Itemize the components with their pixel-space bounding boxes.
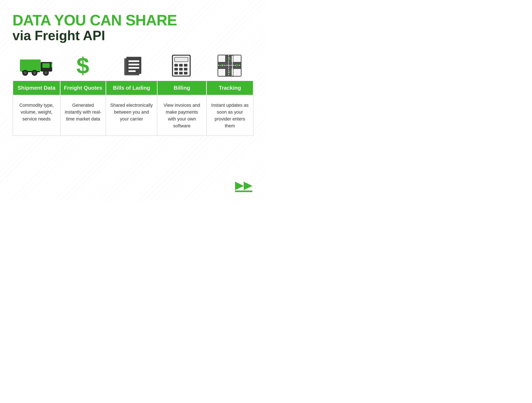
col-desc-tracking: Instant updates as soon as your provider… <box>207 95 253 136</box>
calculator-icon <box>157 53 205 80</box>
svg-rect-25 <box>184 68 187 71</box>
svg-rect-38 <box>233 55 241 62</box>
headline: DATA YOU CAN SHARE via Freight API <box>13 13 253 43</box>
tracking-icon <box>205 53 253 80</box>
svg-rect-26 <box>174 72 178 74</box>
svg-rect-17 <box>128 70 136 72</box>
col-desc-freight-quotes: Generated instantly with real-time marke… <box>60 95 106 136</box>
col-header-shipment-data: Shipment Data <box>13 80 60 95</box>
logo-arrow <box>235 180 253 193</box>
svg-rect-2 <box>42 63 50 68</box>
svg-rect-28 <box>184 72 187 74</box>
page-wrapper: DATA YOU CAN SHARE via Freight API <box>0 0 266 144</box>
svg-rect-16 <box>128 67 139 69</box>
dollar-icon: $ <box>61 53 109 80</box>
col-header-bills-of-lading: Bills of Lading <box>106 80 157 95</box>
table-desc-row: Commodity type, volume, weight, service … <box>13 95 253 136</box>
truck-icon <box>13 53 61 80</box>
bills-of-lading-icon <box>109 53 157 80</box>
col-header-billing: Billing <box>157 80 206 95</box>
svg-point-8 <box>33 71 36 74</box>
svg-rect-21 <box>179 64 183 67</box>
col-desc-shipment-data: Commodity type, volume, weight, service … <box>13 95 60 136</box>
svg-rect-40 <box>233 69 241 76</box>
col-desc-billing: View invoices and make payments with you… <box>157 95 206 136</box>
col-header-freight-quotes: Freight Quotes <box>60 80 106 95</box>
headline-sub: via Freight API <box>13 28 253 43</box>
data-table: Shipment Data Freight Quotes Bills of La… <box>13 80 253 136</box>
svg-marker-46 <box>244 182 253 190</box>
col-header-tracking: Tracking <box>207 80 253 95</box>
svg-rect-47 <box>235 191 252 192</box>
svg-rect-39 <box>218 69 226 76</box>
table-header-row: Shipment Data Freight Quotes Bills of La… <box>13 80 253 95</box>
svg-rect-37 <box>218 55 226 62</box>
svg-rect-0 <box>20 59 41 72</box>
svg-rect-23 <box>174 68 178 71</box>
icons-row: $ <box>13 53 253 80</box>
svg-text:$: $ <box>76 54 89 77</box>
svg-rect-24 <box>179 68 183 71</box>
svg-rect-14 <box>128 60 139 62</box>
svg-marker-45 <box>235 182 244 190</box>
svg-rect-20 <box>174 64 178 67</box>
col-desc-bills-of-lading: Shared electronically between you and yo… <box>106 95 157 136</box>
svg-rect-27 <box>179 72 183 74</box>
svg-rect-15 <box>128 64 139 65</box>
headline-main: DATA YOU CAN SHARE <box>13 13 253 28</box>
svg-point-10 <box>44 71 47 74</box>
svg-rect-19 <box>175 57 188 62</box>
svg-point-6 <box>24 71 27 74</box>
svg-rect-22 <box>184 64 187 67</box>
